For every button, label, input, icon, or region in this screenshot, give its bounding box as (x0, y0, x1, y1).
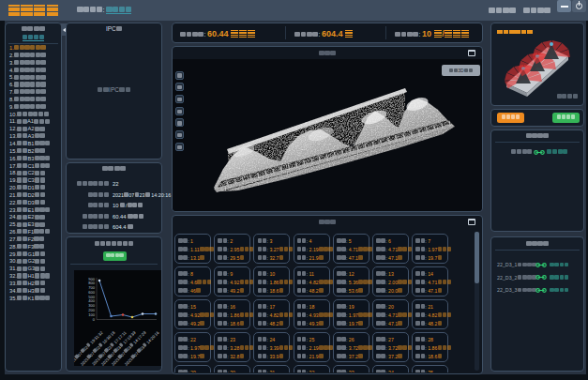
svg-text:0: 0 (93, 317, 96, 322)
